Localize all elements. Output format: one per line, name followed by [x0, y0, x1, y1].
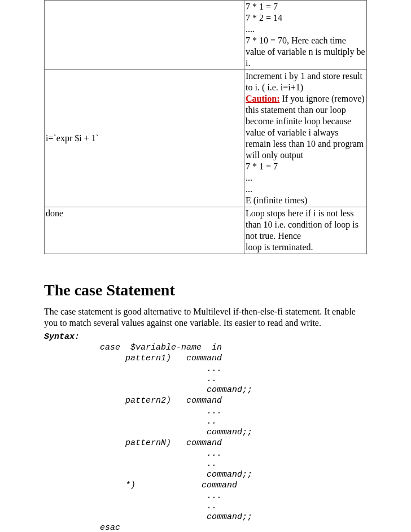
row2-caution-rest: If you ignore (remove) this statement th…: [246, 94, 365, 160]
table-cell-left: i=`expr $i + 1`: [45, 70, 244, 207]
loop-explanation-table: 7 * 1 = 7 7 * 2 = 14 .... 7 * 10 = 70, H…: [44, 0, 367, 254]
table-row: done Loop stops here if i is not less th…: [45, 207, 367, 254]
syntax-label: Syntax:: [44, 332, 80, 342]
table-row: i=`expr $i + 1` Increment i by 1 and sto…: [45, 70, 367, 207]
table-cell-left: [45, 1, 244, 70]
intro-paragraph: The case statement is good alternative t…: [44, 306, 367, 329]
table-row: 7 * 1 = 7 7 * 2 = 14 .... 7 * 10 = 70, H…: [45, 1, 367, 70]
table-cell-left: done: [45, 207, 244, 254]
table-cell-right: Increment i by 1 and store result to i. …: [244, 70, 367, 207]
row2-post: 7 * 1 = 7 ... ... E (infinite times): [246, 162, 307, 205]
caution-label: Caution:: [246, 94, 279, 103]
table-cell-right: Loop stops here if i is not less than 10…: [244, 207, 367, 254]
section-heading: The case Statement: [44, 281, 367, 299]
row2-pre: Increment i by 1 and store result to i. …: [246, 71, 362, 92]
table-cell-right: 7 * 1 = 7 7 * 2 = 14 .... 7 * 10 = 70, H…: [244, 1, 367, 70]
syntax-code-block: case $variable-name in pattern1) command…: [44, 343, 367, 532]
